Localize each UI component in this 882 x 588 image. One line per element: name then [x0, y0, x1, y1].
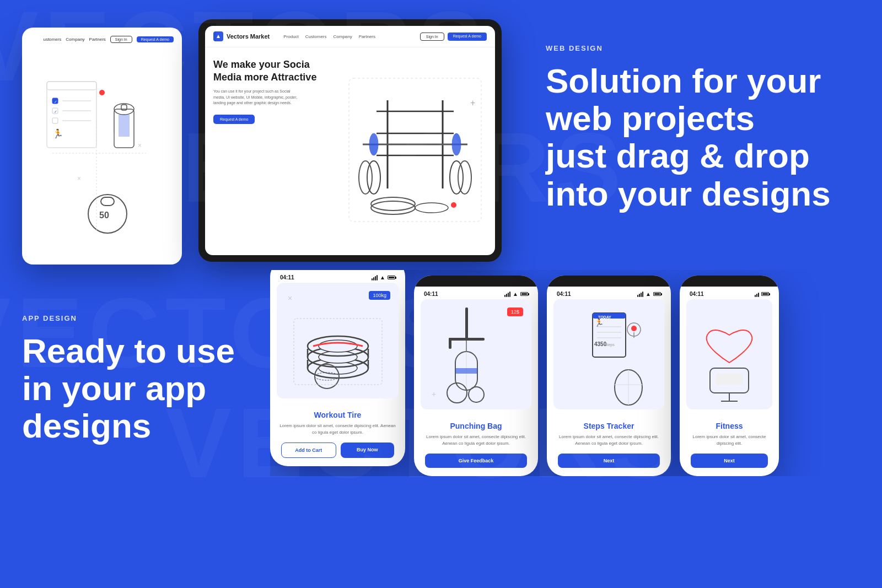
web-design-label: WEB DESIGN	[546, 44, 843, 52]
app-design-text-section: APP DESIGN Ready to use in your app desi…	[22, 270, 270, 445]
phone-status-icons-1: ▲	[372, 274, 395, 280]
headline-line4: into your designs	[546, 175, 843, 213]
phone-time-2: 04:11	[424, 291, 438, 297]
sb7	[641, 293, 642, 297]
phone-status-bar-2: 04:11 ▲	[414, 287, 538, 299]
tablet-demo-button[interactable]: Request A demo	[448, 33, 487, 41]
app-headline-line1: Ready to use	[22, 332, 270, 370]
svg-rect-8	[52, 118, 58, 123]
tablet-headline: We make your Socia Media more Attractive	[213, 58, 335, 83]
app-headline-line2: in your app	[22, 370, 270, 407]
tablet-nav-company[interactable]: Company	[334, 34, 352, 39]
tablet-nav-links: Product Customers Company Partners	[283, 34, 412, 39]
phone-status-icons-2: ▲	[504, 291, 528, 297]
phone-status-bar-3: 04:11 ▲	[547, 287, 671, 299]
svg-point-50	[319, 340, 357, 352]
signal-bars-2	[504, 292, 510, 297]
svg-rect-60	[455, 368, 477, 374]
phone-notch-3	[590, 276, 628, 287]
tablet-nav: Vectors Market Product Customers Company…	[205, 26, 495, 47]
vectors-market-logo-icon	[213, 31, 223, 41]
battery-fill-1	[389, 277, 394, 278]
phone1-buy-button[interactable]: Buy Now	[341, 443, 395, 458]
tire-svg	[288, 291, 388, 390]
sb10	[756, 294, 757, 297]
svg-point-39	[451, 202, 456, 208]
svg-rect-1	[47, 82, 96, 90]
headline-line2: web projects	[546, 100, 843, 137]
price-tag-2: 12$	[507, 308, 523, 316]
tablet-nav-customers[interactable]: Customers	[305, 34, 327, 39]
svg-point-36	[371, 197, 415, 211]
svg-rect-17	[101, 197, 114, 206]
phone2-feedback-button[interactable]: Give Feedback	[425, 454, 527, 468]
phone3-next-button[interactable]: Next	[558, 454, 660, 468]
tablet-body: You can use it for your project such as …	[213, 89, 302, 106]
phone4-product-desc: Lorem ipsum dolor sit amet, consecte dip…	[688, 434, 771, 447]
phone-time-4: 04:11	[690, 291, 704, 297]
top-section: ustomers Company Partners Sign In Reques…	[0, 0, 882, 265]
svg-point-30	[450, 161, 463, 194]
tablet-nav-product[interactable]: Product	[283, 34, 299, 39]
phone1-product-desc: Lorem ipsum dolor sit amet, consecte dip…	[278, 423, 397, 436]
tablet-nav-partners[interactable]: Partners	[359, 34, 375, 39]
svg-point-46	[319, 351, 357, 363]
svg-point-11	[99, 90, 105, 95]
phone3-product-desc: Lorem ipsum dolor sit amet, consecte dip…	[555, 434, 663, 447]
svg-point-35	[371, 201, 415, 214]
svg-point-62	[469, 387, 484, 402]
battery-2	[520, 292, 528, 296]
punching-bag-svg	[432, 302, 520, 407]
phone-partial: 04:11	[680, 276, 779, 476]
phone4-next-button[interactable]: Next	[691, 454, 768, 468]
phone4-illustration-area	[686, 299, 772, 409]
battery-fill-3	[654, 293, 660, 295]
phone2-content: Punching Bag Lorem ipsum dolor sit amet,…	[414, 409, 538, 476]
svg-rect-56	[449, 338, 451, 349]
phone1-buttons: Add to Cart Buy Now	[281, 443, 394, 458]
svg-rect-79	[716, 374, 743, 385]
svg-rect-54	[465, 308, 468, 341]
phone2-illustration-area: 12$ +	[421, 299, 531, 409]
vectors-market-logo-text: Vectors Market	[227, 33, 270, 40]
signal-bars-1	[372, 275, 378, 280]
phone-status-bar-1: 04:11 ▲	[270, 270, 405, 283]
app-headline-line3: designs	[22, 407, 270, 445]
small-nav-customers: ustomers	[43, 37, 61, 42]
phone-status-bar-4: 04:11	[680, 287, 779, 299]
health-tracker-svg	[688, 302, 771, 407]
small-illustration: ✓ ✓ 🏃	[30, 51, 174, 265]
phone1-illustration-area: 100kg ×	[277, 283, 399, 398]
tablet-nav-buttons: Sign In Request A demo	[420, 33, 487, 41]
tablet-cta-button[interactable]: Request A demo	[213, 115, 255, 124]
phone2-product-desc: Lorem ipsum dolor sit amet, consecte dip…	[422, 434, 530, 447]
steps-tracker-svg: TODAY 🏃 4350 steps	[562, 302, 656, 407]
phone-notch-4	[710, 276, 749, 287]
phone1-add-cart-button[interactable]: Add to Cart	[281, 443, 336, 458]
headline-line1: Solution for your	[546, 62, 843, 100]
app-design-label: APP DESIGN	[22, 314, 270, 322]
small-signin-button[interactable]: Sign In	[110, 36, 132, 43]
svg-rect-55	[449, 338, 485, 341]
small-nav-company: Company	[66, 37, 84, 42]
phone-steps-tracker: 04:11 ▲	[547, 276, 671, 476]
tablet-text: We make your Socia Media more Attractive…	[213, 58, 343, 241]
sb9	[755, 295, 756, 297]
phone-notch-2	[457, 276, 496, 287]
phone-workout-tire: 04:11 ▲	[270, 270, 405, 466]
phones-container: 04:11 ▲	[270, 270, 860, 476]
battery-3	[653, 292, 661, 296]
small-demo-button[interactable]: Request A demo	[137, 36, 174, 42]
signal-bars-3	[637, 292, 643, 297]
svg-rect-14	[119, 115, 130, 137]
phone3-illustration-area: TODAY 🏃 4350 steps	[553, 299, 664, 409]
sb8	[642, 292, 643, 297]
battery-fill-2	[521, 293, 527, 295]
price-tag-1: 100kg	[369, 291, 390, 300]
svg-text:✓: ✓	[54, 110, 57, 114]
tablet-signin-button[interactable]: Sign In	[420, 33, 444, 41]
headline-line3: just drag & drop	[546, 137, 843, 175]
sb6	[639, 294, 640, 297]
svg-text:+: +	[470, 98, 475, 107]
signal-bar-1	[372, 278, 373, 280]
